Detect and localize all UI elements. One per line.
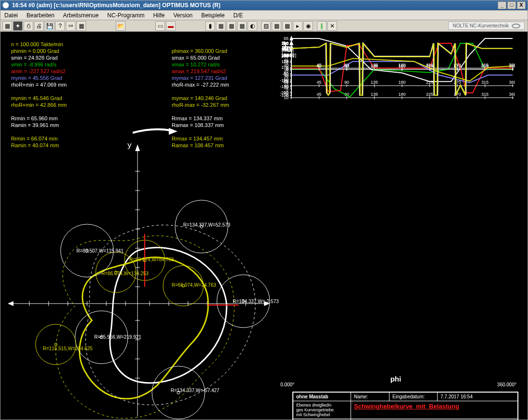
cam-radius-label: R=86.074,W=134.253: [101, 271, 149, 276]
tool-icon[interactable]: ▬: [166, 21, 176, 31]
toolbar: ▦ ✦ ⎙ 🖨 💾 ? Init ▦ 📂 ▭ ▬ ▮ ▦ ▦ ▦ ◐ ▨ ▦ ▦…: [0, 20, 528, 32]
param-line: mymax = 127.231 Grad: [172, 75, 227, 81]
chart-rho: -100-500501004590135180225270315360: [277, 40, 515, 98]
tool-icon[interactable]: 💾: [45, 21, 54, 31]
menu-item[interactable]: Arbeitsmenue: [63, 12, 99, 19]
param-line: Rrmax = 134.337 mm: [172, 115, 223, 121]
svg-text:0: 0: [286, 67, 289, 72]
menu-item[interactable]: Beispiele: [201, 12, 225, 19]
tool-icon[interactable]: ▦: [2, 21, 12, 31]
param-line: Rrmax = 134.457 mm: [172, 136, 223, 141]
tool-icon[interactable]: 📂: [116, 21, 126, 31]
tool-icon[interactable]: ✦: [13, 21, 23, 31]
param-line: Rrmin = 66.074 mm: [11, 136, 58, 141]
cam-radius-label: R=65.966,W=219.921: [94, 334, 141, 340]
svg-text:-100: -100: [280, 93, 289, 98]
close-button[interactable]: X: [517, 1, 526, 9]
svg-text:50: 50: [284, 54, 289, 59]
menu-item[interactable]: Bearbeiten: [26, 12, 54, 19]
svg-text:90: 90: [344, 64, 349, 68]
app-icon: [2, 2, 9, 9]
param-line: phimax = 360.000 Grad: [172, 48, 227, 54]
cam-radius-label: R=66.074,W=84.763: [129, 257, 174, 262]
param-line: amin = -227.527 rad/s2: [11, 68, 65, 74]
menu-item[interactable]: Hilfe: [153, 12, 164, 19]
svg-text:-50: -50: [282, 80, 289, 85]
param-line: n = 100.000 Takte/min: [11, 41, 63, 47]
param-line: smin = 24.928 Grad: [11, 55, 58, 61]
param-line: Rrmin = 65.960 mm: [11, 115, 58, 121]
tool-close-icon[interactable]: ✕: [327, 21, 337, 31]
param-line: smax = 65.000 Grad: [172, 55, 220, 61]
svg-text:135: 135: [371, 64, 378, 68]
param-line: rhoR+min = 42.866 mm: [11, 102, 67, 108]
param-line: mymax = 140.246 Grad: [172, 95, 227, 101]
cam-radius-label: R=134.337,W=-2.573: [233, 299, 279, 304]
cam-plot: [0, 142, 277, 420]
tool-icon[interactable]: ▦: [282, 21, 292, 31]
tool-icon[interactable]: ▭: [155, 21, 165, 31]
svg-text:180: 180: [398, 64, 405, 68]
param-line: rhoR-max = -32.267 mm: [172, 102, 229, 108]
tool-icon[interactable]: ▸: [293, 21, 302, 31]
param-line: Ramax = 108.337 mm: [172, 122, 224, 128]
cam-radius-label: R=134.337,W=52.573: [183, 222, 230, 228]
title-bar: 16:54 #0 (adm) [c:\users\RN\OptimusMotus…: [0, 0, 528, 11]
brand-oval-icon: [512, 24, 520, 28]
param-line: mymin = 45.546 Grad: [11, 95, 62, 101]
menu-item[interactable]: Version: [173, 12, 192, 19]
param-line: vmin = -8.996 rad/s: [11, 62, 56, 67]
param-line: vmax = 10.272 rad/s: [172, 62, 220, 67]
param-line: amax = 219.547 rad/s2: [172, 68, 226, 74]
param-line: rhoR-max = -27.222 mm: [172, 82, 229, 88]
phi-range: 0.000° phi 360.000°: [279, 382, 517, 391]
window-title: 16:54 #0 (adm) [c:\users\RN\OptimusMotus…: [12, 2, 220, 9]
menu-item[interactable]: NC-Programm: [107, 12, 144, 19]
cam-radius-label: R=83.507,W=115.941: [76, 248, 124, 254]
menu-item[interactable]: Datei: [4, 12, 18, 19]
direction-arrow-icon: [130, 125, 178, 136]
tool-icon[interactable]: ▮: [205, 21, 215, 31]
maximize-button[interactable]: □: [507, 1, 516, 9]
cam-radius-label: R=116.515,W=204.625: [43, 346, 92, 351]
tool-icon[interactable]: ▨: [261, 21, 271, 31]
tool-icon[interactable]: ⎙: [24, 21, 33, 31]
param-line: phimin = 0.000 Grad: [11, 48, 59, 54]
svg-text:100: 100: [281, 41, 289, 46]
svg-text:225: 225: [426, 64, 433, 68]
svg-text:360: 360: [509, 64, 515, 68]
tool-icon[interactable]: ?: [55, 21, 65, 31]
tool-icon[interactable]: ▦: [226, 21, 236, 31]
cam-radius-label: R=134.337,W=-57.427: [171, 388, 219, 393]
param-line: rhoR+min = 47.069 mm: [11, 82, 67, 88]
param-line: mymin = 45.556 Grad: [11, 75, 62, 81]
cam-radius-label: R=66.074,W=24.763: [172, 282, 216, 288]
main-canvas: n = 100.000 Takte/minphimin = 0.000 Grad…: [0, 32, 528, 420]
tool-icon[interactable]: 🖨: [34, 21, 44, 31]
param-line: Ramin = 39.961 mm: [11, 122, 59, 128]
tool-icon[interactable]: ▦: [76, 21, 86, 31]
tool-icon[interactable]: ◉: [303, 21, 313, 31]
menu-item[interactable]: D/E: [233, 12, 243, 19]
minimize-button[interactable]: _: [498, 1, 506, 9]
brand-label: NOLTE NC-Kurventechnik: [448, 22, 525, 30]
info-box: ohne Masstab Name: Eingabedatum: 7.7.201…: [292, 392, 518, 420]
svg-text:45: 45: [316, 64, 321, 68]
tool-icon[interactable]: ▦: [237, 21, 247, 31]
svg-text:315: 315: [481, 64, 489, 68]
tool-icon[interactable]: ◐: [248, 21, 257, 31]
tool-icon[interactable]: Init: [66, 21, 75, 31]
tool-icon[interactable]: ▦: [272, 21, 281, 31]
tool-icon[interactable]: ∥: [317, 21, 327, 31]
menu-bar: Datei Bearbeiten Arbeitsmenue NC-Program…: [0, 11, 528, 20]
tool-icon[interactable]: ▦: [216, 21, 226, 31]
